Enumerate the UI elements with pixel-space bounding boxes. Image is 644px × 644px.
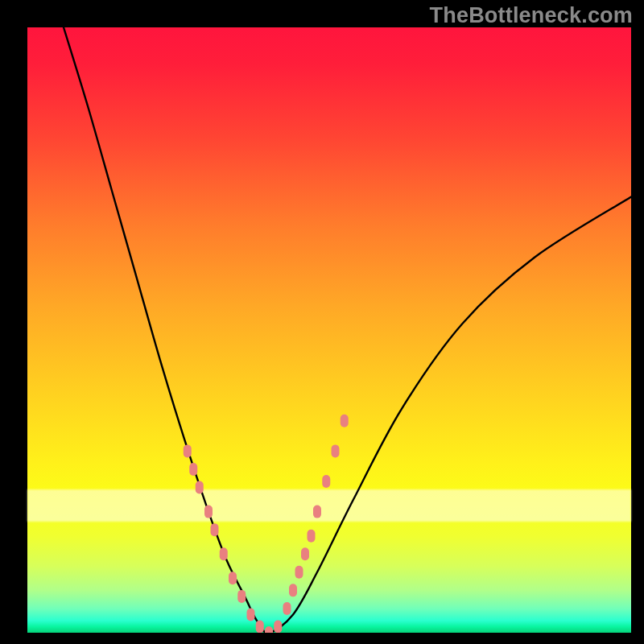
chart-svg	[27, 27, 631, 633]
highlight-dot	[211, 523, 219, 536]
highlight-dot	[313, 506, 321, 518]
highlight-dot	[229, 572, 237, 584]
highlight-dot	[295, 566, 303, 579]
highlight-dots	[184, 415, 349, 633]
chart-frame: TheBottleneck.com	[0, 0, 644, 644]
highlight-dot	[196, 481, 204, 494]
highlight-dot	[289, 584, 297, 597]
highlight-dot	[265, 626, 273, 633]
watermark-text: TheBottleneck.com	[430, 3, 633, 28]
highlight-dot	[274, 620, 282, 633]
highlight-dot	[237, 590, 246, 603]
highlight-dot	[184, 444, 192, 457]
bottleneck-curve	[64, 27, 631, 633]
highlight-dot	[341, 415, 349, 427]
highlight-dot	[189, 463, 197, 476]
highlight-dot	[283, 602, 291, 615]
highlight-dot	[204, 506, 213, 518]
highlight-dot	[301, 547, 309, 560]
highlight-dot	[256, 620, 264, 633]
highlight-dot	[220, 547, 228, 560]
plot-area	[27, 27, 631, 633]
highlight-dot	[308, 530, 316, 543]
highlight-dot	[247, 608, 255, 621]
highlight-dot	[322, 475, 330, 488]
highlight-dot	[332, 444, 340, 457]
